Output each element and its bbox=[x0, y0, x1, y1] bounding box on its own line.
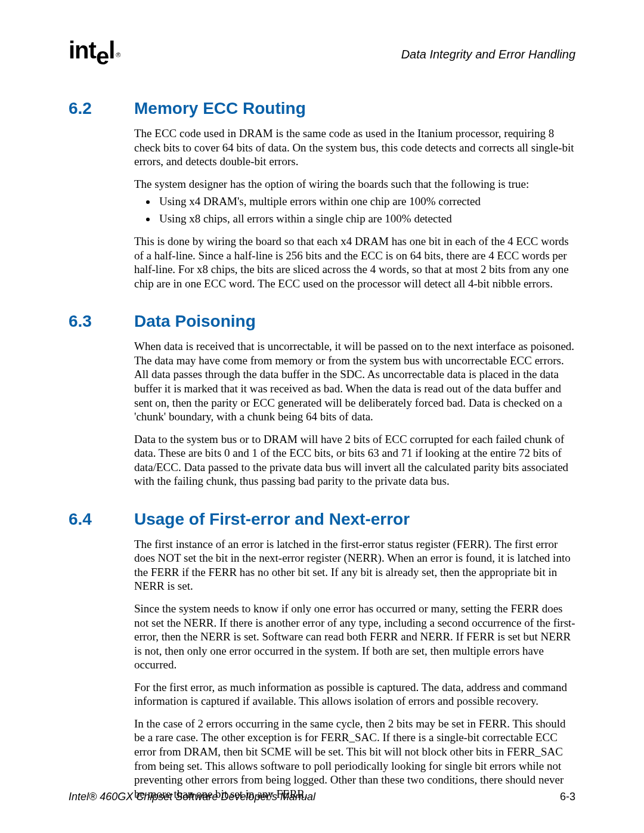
paragraph: When data is received that is uncorrecta… bbox=[134, 339, 575, 423]
paragraph: This is done by wiring the board so that… bbox=[134, 234, 575, 290]
section-heading-6-3: 6.3 Data Poisoning bbox=[69, 312, 575, 331]
paragraph: In the case of 2 errors occurring in the… bbox=[134, 717, 575, 801]
paragraph: The system designer has the option of wi… bbox=[134, 177, 575, 191]
page-number: 6-3 bbox=[560, 791, 575, 803]
footer-title: Intel® 460GX Chipset Software Developer'… bbox=[69, 791, 315, 803]
bullet-list: Using x4 DRAM's, multiple errors within … bbox=[134, 193, 575, 227]
section-number: 6.2 bbox=[69, 99, 134, 118]
chapter-title: Data Integrity and Error Handling bbox=[401, 48, 575, 61]
list-item: Using x4 DRAM's, multiple errors within … bbox=[157, 193, 575, 210]
list-item: Using x8 chips, all errors within a sing… bbox=[157, 210, 575, 228]
section-title: Data Poisoning bbox=[134, 312, 256, 331]
paragraph: For the first error, as much information… bbox=[134, 680, 575, 708]
section-title: Memory ECC Routing bbox=[134, 99, 306, 118]
intel-logo: intel® bbox=[69, 37, 119, 62]
paragraph: Data to the system bus or to DRAM will h… bbox=[134, 432, 575, 488]
page-footer: Intel® 460GX Chipset Software Developer'… bbox=[69, 791, 575, 803]
section-number: 6.4 bbox=[69, 510, 134, 529]
registered-mark: ® bbox=[116, 51, 120, 58]
page-header: intel® Data Integrity and Error Handling bbox=[69, 37, 575, 62]
section-heading-6-4: 6.4 Usage of First-error and Next-error bbox=[69, 510, 575, 529]
paragraph: The ECC code used in DRAM is the same co… bbox=[134, 126, 575, 169]
section-number: 6.3 bbox=[69, 312, 134, 331]
paragraph: The first instance of an error is latche… bbox=[134, 537, 575, 593]
section-heading-6-2: 6.2 Memory ECC Routing bbox=[69, 99, 575, 118]
paragraph: Since the system needs to know if only o… bbox=[134, 602, 575, 672]
section-title: Usage of First-error and Next-error bbox=[134, 510, 410, 529]
